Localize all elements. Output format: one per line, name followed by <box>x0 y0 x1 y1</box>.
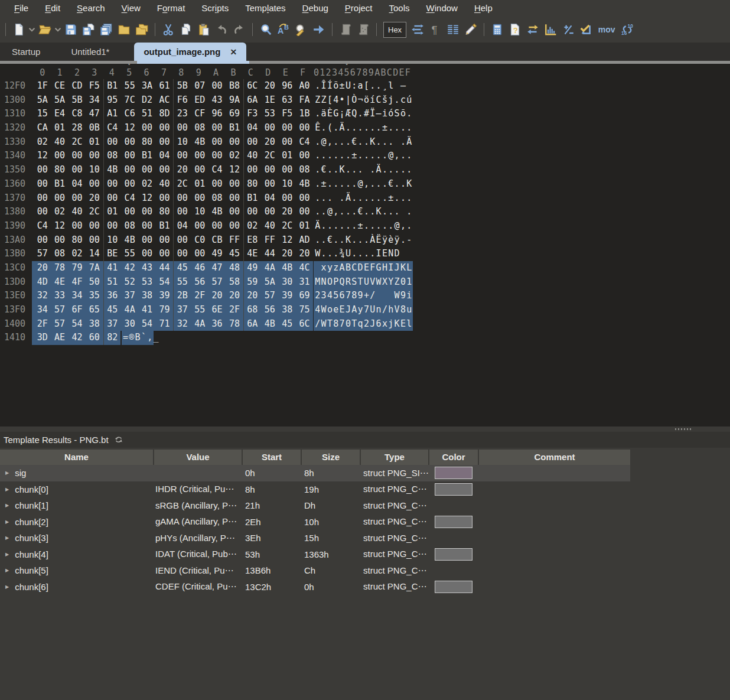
column-mode-button[interactable] <box>444 19 462 40</box>
color-swatch[interactable] <box>435 483 472 496</box>
expand-icon[interactable]: ▶ <box>5 487 9 492</box>
refresh-icon[interactable] <box>115 436 123 444</box>
undo-button[interactable] <box>213 19 230 40</box>
hex-bytes[interactable]: 2F57543837305471324A36786A4B456C <box>34 317 313 331</box>
column-header-start[interactable]: Start <box>243 450 301 465</box>
table-row-sig[interactable]: ▶sig0h8hstruct PNG_SI⋯ <box>0 465 630 481</box>
hex-bytes[interactable]: CA01280BC4120000000800B104000000 <box>34 121 313 135</box>
table-row-chunk-6-[interactable]: ▶chunk[6]CDEF (Critical, Pu⋯13C2h0hstruc… <box>0 579 630 595</box>
menu-edit[interactable]: Edit <box>37 0 69 17</box>
hex-ascii[interactable]: Ê.(.Ä......±.... <box>315 121 412 135</box>
column-header-type[interactable]: Type <box>361 450 428 465</box>
tab-untitled1[interactable]: Untitled1* <box>59 43 121 61</box>
hex-ascii[interactable]: xyzABCDEFGHIJKL <box>315 261 412 275</box>
splitter-grip-icon[interactable] <box>675 428 692 430</box>
pane-splitter[interactable] <box>0 426 730 432</box>
redo-button[interactable] <box>230 19 248 40</box>
hex-ascii[interactable]: .@,...€..K... .Ä <box>315 135 412 149</box>
hex-bytes[interactable]: 1FCECDF5B1553A615B0700B86C2096A0 <box>34 79 313 93</box>
menu-scripts[interactable]: Scripts <box>193 0 237 17</box>
chevron-down-button[interactable] <box>54 19 62 40</box>
hex-ascii[interactable]: 23456789+/ W9i <box>315 289 412 303</box>
hex-ascii[interactable]: ZZ[4•|Ò¬öíCšj.cú <box>315 93 412 108</box>
close-icon[interactable]: ✕ <box>230 48 237 56</box>
histogram-button[interactable] <box>542 19 559 40</box>
save-button[interactable] <box>62 19 80 40</box>
mov-button[interactable]: mov <box>595 19 618 40</box>
compare-button[interactable] <box>524 19 542 40</box>
expand-icon[interactable]: ▶ <box>5 535 9 541</box>
table-row-chunk-2-[interactable]: ▶chunk[2]gAMA (Ancillary, P⋯2Eh10hstruct… <box>0 514 630 530</box>
hex-bytes[interactable]: 0000002000C4120000000800B1040000 <box>34 191 313 206</box>
color-swatch[interactable] <box>435 548 472 561</box>
hex-bytes[interactable]: 00008000104B000000C0CBFFE8FF12AD <box>34 233 313 248</box>
menu-project[interactable]: Project <box>337 0 381 17</box>
menu-help[interactable]: Help <box>466 0 501 17</box>
hex-bytes[interactable]: 15E4C847A1C6518D23CF9669F353F51B <box>34 107 313 121</box>
save-all-button[interactable] <box>97 19 115 40</box>
column-header-name[interactable]: Name <box>0 450 153 465</box>
hex-ascii[interactable]: .±.....@,...€..K <box>315 177 412 191</box>
hex-bytes[interactable]: 32333435363738392B2F202020573969 <box>34 289 313 303</box>
run-template-button[interactable] <box>354 19 372 40</box>
hex-ascii[interactable]: ..€..K...ÀËÿèÿ.- <box>315 233 412 248</box>
hex-toggle-button[interactable]: Hex <box>383 22 406 38</box>
color-swatch[interactable] <box>435 516 472 528</box>
expand-icon[interactable]: ▶ <box>5 470 9 476</box>
menu-format[interactable]: Format <box>149 0 194 17</box>
chevron-down-button[interactable] <box>28 19 36 40</box>
hex-bytes[interactable]: 3DAE426082 <box>34 331 121 345</box>
hex-ascii[interactable]: ... .Ä......±... <box>315 191 412 206</box>
menu-search[interactable]: Search <box>69 0 113 17</box>
hex-ascii[interactable]: /WT870Tq2J6xjKEl <box>315 317 412 331</box>
table-row-chunk-4-[interactable]: ▶chunk[4]IDAT (Critical, Pub⋯53h1363hstr… <box>0 546 630 563</box>
file-inspect-button[interactable]: ? <box>506 19 524 40</box>
menu-templates[interactable]: Templates <box>237 0 294 17</box>
folder-import-button[interactable] <box>133 19 151 40</box>
expand-icon[interactable]: ▶ <box>5 584 9 590</box>
hex-bytes[interactable]: 00B10400000002402C0100008000104B <box>34 177 313 191</box>
hex-ascii[interactable]: Ä......±.....@,. <box>315 219 412 233</box>
checksum-button[interactable] <box>559 19 577 40</box>
hex-bytes[interactable]: C4120000000800B10400000002402C01 <box>34 219 313 233</box>
hex-ascii[interactable]: W...¾U....IEND <box>315 247 412 261</box>
table-row-chunk-1-[interactable]: ▶chunk[1]sRGB (Ancillary, P⋯21hDhstruct … <box>0 497 630 514</box>
hex-bytes[interactable]: 4D4E4F505152535455565758595A3031 <box>34 275 313 289</box>
column-header-color[interactable]: Color <box>429 450 478 465</box>
menu-view[interactable]: View <box>113 0 149 17</box>
folder-button[interactable] <box>115 19 133 40</box>
expand-icon[interactable]: ▶ <box>5 519 9 525</box>
color-swatch[interactable] <box>435 467 472 479</box>
table-row-chunk-5-[interactable]: ▶chunk[5]IEND (Critical, Pu⋯13B6hChstruc… <box>0 562 630 579</box>
hex-ascii[interactable]: ..@,...€..K... . <box>315 205 412 219</box>
hex-ascii[interactable]: MNOPQRSTUVWXYZ01 <box>315 275 412 289</box>
cut-button[interactable] <box>159 19 177 40</box>
hex-bytes[interactable]: 5A5A5B34957CD2ACF6ED439A6A1E63FA <box>34 93 313 108</box>
column-header-value[interactable]: Value <box>154 450 242 465</box>
endian-swap-button[interactable] <box>409 19 426 40</box>
hex-ascii[interactable]: .€..K... .Ä..... <box>315 163 412 177</box>
tab-output-image-png[interactable]: output_image.png✕ <box>134 43 246 61</box>
hex-editor[interactable]: 012345ˇ6789ABCDEF012345ˇ6789ABCDEF 12F01… <box>0 64 730 426</box>
hex-bytes[interactable]: 02402C0100008000104B0000002000C4 <box>34 135 313 149</box>
table-row-chunk-3-[interactable]: ▶chunk[3]pHYs (Ancillary, P⋯3Eh15hstruct… <box>0 530 630 546</box>
calculator-button[interactable] <box>488 19 506 40</box>
expand-icon[interactable]: ▶ <box>5 503 9 508</box>
hex-bytes[interactable]: 57080214BE550000000049454E442020 <box>34 247 313 261</box>
highlighter-button[interactable] <box>462 19 480 40</box>
paste-button[interactable] <box>195 19 213 40</box>
table-row-chunk-0-[interactable]: ▶chunk[0]IHDR (Critical, Pu⋯8h19hstruct … <box>0 481 630 498</box>
find-in-files-button[interactable] <box>292 19 310 40</box>
hex-bytes[interactable]: 34576F65454A417937556E2F68563875 <box>34 303 313 317</box>
goto-button[interactable] <box>310 19 328 40</box>
base-convert-button[interactable]: 1016 <box>618 19 636 40</box>
save-copy-button[interactable] <box>80 19 97 40</box>
find-button[interactable] <box>257 19 275 40</box>
hex-ascii[interactable]: 4WoeEJAy7Un/hV8u <box>315 303 412 317</box>
menu-debug[interactable]: Debug <box>294 0 337 17</box>
copy-button[interactable] <box>177 19 195 40</box>
column-header-size[interactable]: Size <box>302 450 360 465</box>
hex-ascii[interactable]: .äÈG¡ÆQ.#Ï–ióSõ. <box>315 107 412 121</box>
hex-ascii[interactable]: .ÎÍõ±U:a[..¸l – <box>315 79 412 93</box>
hex-ascii[interactable]: ......±.....@,.. <box>315 149 412 163</box>
